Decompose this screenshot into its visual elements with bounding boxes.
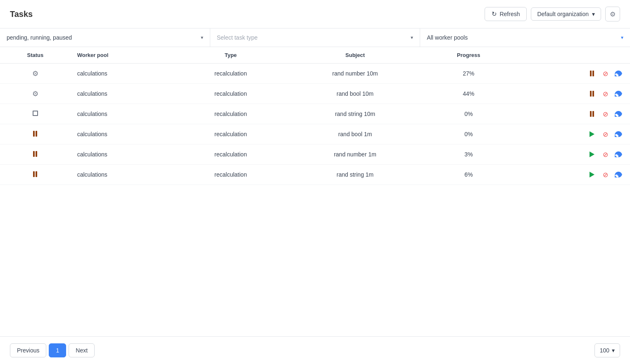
worker-pool-cell: calculations — [71, 144, 176, 165]
type-cell: recalculation — [176, 64, 285, 84]
org-selector[interactable]: Default organization ▾ — [531, 7, 601, 21]
chevron-down-icon: ▾ — [201, 35, 203, 40]
pause-icon — [33, 131, 37, 137]
eye-icon — [615, 111, 622, 117]
eye-icon — [615, 91, 622, 97]
filters-bar: pending, running, paused ▾ Select task t… — [0, 28, 630, 47]
eye-icon — [615, 172, 622, 177]
play-button[interactable] — [587, 170, 597, 180]
play-button[interactable] — [587, 129, 597, 139]
col-type: Type — [176, 47, 285, 64]
play-button[interactable] — [587, 149, 597, 159]
settings-button[interactable]: ⚙ — [605, 7, 620, 21]
task-type-filter-value: Select task type — [217, 34, 258, 41]
play-icon — [590, 172, 594, 177]
chevron-down-icon: ▾ — [592, 11, 595, 17]
chevron-down-icon: ▾ — [621, 35, 623, 40]
no-entry-icon: ⊘ — [603, 151, 608, 158]
stop-button[interactable]: ⊘ — [600, 109, 610, 119]
play-icon — [590, 151, 594, 157]
view-button[interactable] — [613, 109, 623, 119]
worker-pool-cell: calculations — [71, 84, 176, 104]
subject-cell: rand string 1m — [285, 165, 425, 185]
actions-cell: ⊘ — [512, 144, 630, 165]
type-cell: recalculation — [176, 84, 285, 104]
progress-cell: 3% — [425, 144, 512, 165]
view-button[interactable] — [613, 129, 623, 139]
eye-icon — [615, 151, 622, 157]
eye-icon — [615, 71, 622, 76]
view-button[interactable] — [613, 170, 623, 180]
tasks-table: Status Worker pool Type Subject Progress… — [0, 47, 630, 185]
progress-cell: 27% — [425, 64, 512, 84]
subject-cell: rand bool 1m — [285, 124, 425, 144]
task-type-filter[interactable]: Select task type ▾ — [210, 28, 421, 47]
type-cell: recalculation — [176, 165, 285, 185]
view-button[interactable] — [613, 89, 623, 99]
refresh-button[interactable]: ↻ Refresh — [485, 7, 527, 21]
actions-cell: ⊘ — [512, 64, 630, 84]
status-cell — [0, 165, 71, 185]
actions-cell: ⊘ — [512, 84, 630, 104]
worker-pool-cell: calculations — [71, 104, 176, 124]
progress-cell: 44% — [425, 84, 512, 104]
col-subject: Subject — [285, 47, 425, 64]
header-actions: ↻ Refresh Default organization ▾ ⚙ — [485, 7, 620, 21]
status-cell: ⚙ — [0, 64, 71, 84]
col-worker-pool: Worker pool — [71, 47, 176, 64]
worker-pool-cell: calculations — [71, 124, 176, 144]
table-row: calculationsrecalculationrand bool 1m0%⊘ — [0, 124, 630, 144]
table-row: calculationsrecalculationrand string 10m… — [0, 104, 630, 124]
col-status: Status — [0, 47, 71, 64]
subject-cell: rand string 10m — [285, 104, 425, 124]
eye-icon — [615, 131, 622, 137]
play-icon — [590, 131, 594, 137]
worker-pool-filter[interactable]: All worker pools ▾ — [420, 28, 630, 47]
page-title: Tasks — [10, 9, 33, 19]
worker-pool-cell: calculations — [71, 64, 176, 84]
actions-cell: ⊘ — [512, 104, 630, 124]
subject-cell: rand number 10m — [285, 64, 425, 84]
subject-cell: rand bool 10m — [285, 84, 425, 104]
status-filter[interactable]: pending, running, paused ▾ — [0, 28, 210, 47]
stop-button[interactable]: ⊘ — [600, 129, 610, 139]
pause-button[interactable] — [587, 89, 597, 99]
table-row: calculationsrecalculationrand number 1m3… — [0, 144, 630, 165]
status-filter-value: pending, running, paused — [7, 34, 72, 41]
stop-button[interactable]: ⊘ — [600, 170, 610, 180]
pause-button[interactable] — [587, 109, 597, 119]
view-button[interactable] — [613, 149, 623, 159]
table-row: ⚙calculationsrecalculationrand bool 10m4… — [0, 84, 630, 104]
status-cell — [0, 104, 71, 124]
type-cell: recalculation — [176, 104, 285, 124]
col-actions — [512, 47, 630, 64]
table-header-row: Status Worker pool Type Subject Progress — [0, 47, 630, 64]
progress-cell: 0% — [425, 124, 512, 144]
gear-icon: ⚙ — [32, 90, 38, 98]
no-entry-icon: ⊘ — [603, 110, 608, 118]
worker-pool-filter-value: All worker pools — [427, 34, 468, 41]
progress-cell: 0% — [425, 104, 512, 124]
pause-icon — [33, 151, 37, 157]
table-row: ⚙calculationsrecalculationrand number 10… — [0, 64, 630, 84]
chevron-down-icon: ▾ — [411, 35, 413, 40]
pending-icon — [33, 111, 38, 116]
page-header: Tasks ↻ Refresh Default organization ▾ ⚙ — [0, 0, 630, 28]
status-cell — [0, 124, 71, 144]
no-entry-icon: ⊘ — [603, 171, 608, 179]
refresh-icon: ↻ — [492, 10, 497, 18]
org-label: Default organization — [537, 11, 589, 17]
no-entry-icon: ⊘ — [603, 90, 608, 98]
pause-icon — [33, 171, 37, 177]
actions-cell: ⊘ — [512, 165, 630, 185]
pause-button[interactable] — [587, 69, 597, 78]
stop-button[interactable]: ⊘ — [600, 89, 610, 99]
no-entry-icon: ⊘ — [603, 70, 608, 78]
type-cell: recalculation — [176, 144, 285, 165]
no-entry-icon: ⊘ — [603, 130, 608, 138]
stop-button[interactable]: ⊘ — [600, 149, 610, 159]
view-button[interactable] — [613, 69, 623, 78]
progress-cell: 6% — [425, 165, 512, 185]
status-cell: ⚙ — [0, 84, 71, 104]
stop-button[interactable]: ⊘ — [600, 69, 610, 78]
